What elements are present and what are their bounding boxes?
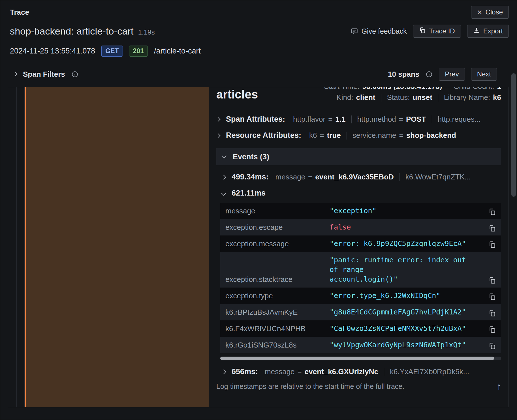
span-status: unset — [413, 93, 432, 102]
http-method-badge: GET — [101, 46, 123, 57]
trace-duration: 1.19s — [138, 28, 155, 36]
next-span-button[interactable]: Next — [471, 68, 497, 81]
close-label: Close — [486, 8, 503, 16]
span-tree-gutter — [8, 87, 17, 407]
table-row: exception.type "error.type_k6.J2WxNIDqCn… — [220, 288, 501, 304]
copy-icon[interactable] — [488, 208, 496, 216]
span-filters-label[interactable]: Span Filters — [23, 70, 65, 79]
resource-attributes-row: Resource Attributes: k6 = true service.n… — [216, 131, 501, 140]
scrollbar-thumb[interactable] — [511, 73, 516, 197]
table-row: exception.escape false — [220, 219, 501, 235]
trace-id-icon — [419, 27, 426, 35]
span-attributes-chevron-icon[interactable] — [216, 117, 221, 122]
copy-icon[interactable] — [488, 224, 496, 232]
http-status-badge: 201 — [129, 46, 148, 57]
events-chevron-icon — [222, 154, 227, 158]
trace-timestamp: 2024-11-25 13:55:41.078 — [10, 47, 95, 55]
table-row: k6.F4xWRlVUCn4NPHB "CaF0wzo3ZsNCPaFeNMXX… — [220, 320, 501, 337]
divider — [448, 87, 448, 91]
span-filters-info-icon[interactable] — [71, 71, 78, 78]
span-tree-gutter-inner — [17, 87, 25, 407]
trace-id-label: Trace ID — [429, 27, 455, 35]
copy-icon[interactable] — [488, 241, 496, 248]
span-count: 10 spans — [388, 70, 419, 79]
trace-path: /article-to-cart — [154, 47, 201, 55]
events-header[interactable]: Events (3) — [216, 148, 501, 165]
export-label: Export — [483, 27, 503, 35]
span-kind: client — [356, 93, 375, 102]
copy-icon[interactable] — [488, 309, 496, 317]
span-waterfall — [8, 87, 209, 407]
table-row: k6.rGo1iSNG70szL8s "wylVpgwOKardGyNpL9sz… — [220, 337, 501, 353]
copy-icon[interactable] — [488, 342, 496, 350]
event-row-expanded[interactable]: 621.11ms — [220, 189, 501, 198]
events-section: Events (3) 499.34ms: message = event_k6.… — [216, 148, 501, 376]
span-child-count: 1 — [497, 87, 501, 91]
copy-icon[interactable] — [488, 326, 496, 333]
feedback-icon — [351, 27, 358, 35]
divider — [438, 94, 438, 102]
span-timing-line: Start Time: 93.06ms (13:55:41.173) Child… — [324, 87, 501, 91]
span-kind-line: Kind: client Status: unset Library Name:… — [336, 93, 501, 102]
event-chevron-icon — [221, 175, 226, 179]
divider — [432, 115, 432, 123]
event-row[interactable]: 656ms: message = event_k6.GXUrIzlyNc k6.… — [220, 367, 501, 376]
prev-span-button[interactable]: Prev — [439, 68, 465, 81]
span-bar-region[interactable] — [26, 87, 209, 407]
span-start-time: 93.06ms (13:55:41.173) — [362, 87, 442, 91]
drawer-header: Trace × Close shop-backend: article-to-c… — [0, 0, 517, 57]
copy-icon[interactable] — [488, 293, 496, 301]
divider — [400, 173, 400, 181]
event-attributes-table: message "exception" exception.escape fal… — [220, 203, 501, 353]
give-feedback-button[interactable]: Give feedback — [351, 27, 407, 35]
export-button[interactable]: Export — [467, 25, 509, 38]
table-row: k6.rBPtzuBsJAvmKyE "g8u8E4CdCGpmm1eFAgG7… — [220, 304, 501, 320]
table-row: message "exception" — [220, 203, 501, 219]
span-detail-panel: articles Start Time: 93.06ms (13:55:41.1… — [209, 87, 509, 407]
give-feedback-label: Give feedback — [362, 27, 407, 35]
copy-icon[interactable] — [488, 277, 496, 284]
event-chevron-icon — [221, 191, 226, 196]
span-filters-bar: Span Filters 10 spans Prev Next — [0, 65, 517, 83]
divider — [347, 132, 347, 140]
trace-main-panel: articles Start Time: 93.06ms (13:55:41.1… — [8, 87, 509, 407]
drawer-title: Trace — [10, 8, 29, 17]
scrollbar-thumb[interactable] — [220, 357, 494, 360]
close-button[interactable]: × Close — [471, 6, 509, 19]
span-count-info-icon[interactable] — [426, 71, 433, 78]
table-horizontal-scrollbar[interactable] — [220, 357, 501, 360]
table-row: exception.message "error: k6.9p9ZQC5pZzg… — [220, 235, 501, 252]
event-row[interactable]: 499.34ms: message = event_k6.9Vac35EBoD … — [220, 173, 501, 181]
divider — [384, 368, 384, 376]
trace-title: shop-backend: article-to-cart — [10, 26, 134, 37]
span-library: k6 — [493, 93, 501, 102]
trace-id-button[interactable]: Trace ID — [413, 25, 461, 38]
span-filters-chevron-icon[interactable] — [13, 72, 18, 77]
scroll-to-top-icon[interactable]: ↑ — [497, 382, 501, 391]
divider — [351, 115, 352, 123]
panel-vertical-scrollbar[interactable] — [511, 73, 516, 407]
span-attributes-row: Span Attributes: http.flavor = 1.1 http.… — [216, 115, 501, 124]
close-icon: × — [477, 8, 482, 16]
resource-attributes-chevron-icon[interactable] — [216, 133, 221, 138]
table-row: exception.stacktrace "panic: runtime err… — [220, 252, 501, 288]
timestamp-note: Log timestamps are relative to the start… — [216, 382, 404, 391]
span-name: articles — [216, 88, 258, 101]
events-title: Events (3) — [233, 153, 269, 161]
divider — [381, 94, 381, 102]
event-chevron-icon — [221, 369, 226, 374]
export-icon — [473, 27, 480, 35]
